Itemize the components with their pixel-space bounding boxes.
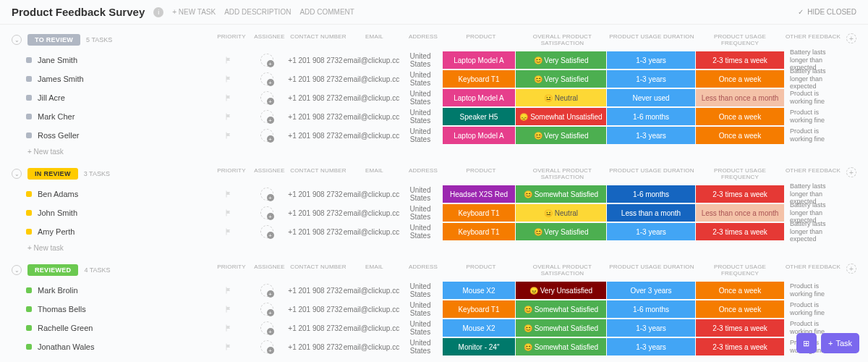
product-cell[interactable]: Keyboard T1 xyxy=(443,300,515,318)
task-name[interactable]: Mark Brolin xyxy=(38,286,205,295)
satisfaction-cell[interactable]: 😞 Somewhat Unsatisfied xyxy=(516,108,606,125)
satisfaction-cell[interactable]: 😊 Very Satisfied xyxy=(516,127,606,144)
col-header-feedback[interactable]: OTHER FEEDBACK xyxy=(784,33,842,46)
email-cell[interactable]: email@clickup.cc xyxy=(344,185,399,203)
status-label[interactable]: REVIEWED xyxy=(27,264,78,276)
duration-cell[interactable]: Never used xyxy=(607,89,695,106)
contact-cell[interactable]: +1 201 908 2732 xyxy=(286,108,344,125)
col-header-frequency[interactable]: PRODUCT USAGE FREQUENCY xyxy=(696,264,784,277)
priority-cell[interactable] xyxy=(210,127,247,144)
task-name[interactable]: James Smith xyxy=(38,75,205,83)
email-cell[interactable]: email@clickup.cc xyxy=(344,108,399,125)
col-header-address[interactable]: ADDRESS xyxy=(401,167,445,180)
col-header-contact[interactable]: CONTACT NUMBER xyxy=(289,33,347,46)
status-dot[interactable] xyxy=(26,95,32,101)
assignee-cell[interactable]: + xyxy=(247,300,286,318)
status-dot[interactable] xyxy=(26,57,32,63)
status-dot[interactable] xyxy=(26,344,32,350)
satisfaction-cell[interactable]: 😊 Somewhat Satisfied xyxy=(516,185,606,203)
duration-cell[interactable]: Over 3 years xyxy=(607,282,695,299)
assignee-cell[interactable]: + xyxy=(247,70,286,88)
priority-cell[interactable] xyxy=(210,282,247,299)
col-header-assignee[interactable]: ASSIGNEE xyxy=(250,33,289,46)
col-header-duration[interactable]: PRODUCT USAGE DURATION xyxy=(608,264,696,277)
product-cell[interactable]: Mouse X2 xyxy=(443,282,515,299)
duration-cell[interactable]: Less than a month xyxy=(607,204,695,222)
frequency-cell[interactable]: Less than once a month xyxy=(696,204,784,222)
col-header-duration[interactable]: PRODUCT USAGE DURATION xyxy=(608,167,696,180)
priority-cell[interactable] xyxy=(210,108,247,125)
frequency-cell[interactable]: 2-3 times a week xyxy=(696,185,784,203)
email-cell[interactable]: email@clickup.cc xyxy=(344,319,399,337)
address-cell[interactable]: United States xyxy=(399,319,442,337)
add-column-button[interactable]: + xyxy=(846,33,856,43)
assignee-cell[interactable]: + xyxy=(247,127,286,144)
task-name[interactable]: Jill Acre xyxy=(38,93,205,102)
add-comment-link[interactable]: ADD COMMENT xyxy=(299,8,354,16)
add-column-button[interactable]: + xyxy=(846,264,856,274)
frequency-cell[interactable]: Once a week xyxy=(696,108,784,125)
priority-cell[interactable] xyxy=(210,70,247,88)
address-cell[interactable]: United States xyxy=(399,89,442,106)
contact-cell[interactable]: +1 201 908 2732 xyxy=(286,282,344,299)
contact-cell[interactable]: +1 201 908 2732 xyxy=(286,89,344,106)
assignee-cell[interactable]: + xyxy=(247,51,286,69)
contact-cell[interactable]: +1 201 908 2732 xyxy=(286,51,344,69)
frequency-cell[interactable]: Once a week xyxy=(696,70,784,88)
add-description-link[interactable]: ADD DESCRIPTION xyxy=(224,8,291,16)
duration-cell[interactable]: 1-6 months xyxy=(607,300,695,318)
duration-cell[interactable]: 1-6 months xyxy=(607,185,695,203)
new-task-link[interactable]: + NEW TASK xyxy=(172,8,216,16)
feedback-cell[interactable]: Product is working fine xyxy=(784,127,842,144)
col-header-email[interactable]: EMAIL xyxy=(347,264,401,277)
contact-cell[interactable]: +1 201 908 2732 xyxy=(286,300,344,318)
task-name[interactable]: Ross Geller xyxy=(38,131,205,140)
assignee-cell[interactable]: + xyxy=(247,204,286,222)
feedback-cell[interactable]: Battery lasts longer than expected xyxy=(784,185,842,203)
product-cell[interactable]: Headset X2S Red xyxy=(443,185,515,203)
status-dot[interactable] xyxy=(26,114,32,119)
task-name[interactable]: Amy Perth xyxy=(38,227,205,236)
satisfaction-cell[interactable]: 😐 Neutral xyxy=(516,89,606,106)
col-header-product[interactable]: PRODUCT xyxy=(445,167,517,180)
frequency-cell[interactable]: 2-3 times a week xyxy=(696,319,784,337)
frequency-cell[interactable]: Less than once a month xyxy=(696,89,784,106)
contact-cell[interactable]: +1 201 908 2732 xyxy=(286,319,344,337)
collapse-icon[interactable]: ⌄ xyxy=(12,265,22,275)
status-dot[interactable] xyxy=(26,132,32,138)
new-task-row[interactable]: + New task xyxy=(0,241,868,255)
priority-cell[interactable] xyxy=(210,204,247,222)
col-header-product[interactable]: PRODUCT xyxy=(445,264,517,277)
address-cell[interactable]: United States xyxy=(399,51,442,69)
task-name[interactable]: Jonathan Wales xyxy=(38,342,205,351)
address-cell[interactable]: United States xyxy=(399,223,442,240)
product-cell[interactable]: Keyboard T1 xyxy=(443,70,515,88)
email-cell[interactable]: email@clickup.cc xyxy=(344,127,399,144)
contact-cell[interactable]: +1 201 908 2732 xyxy=(286,185,344,203)
satisfaction-cell[interactable]: 😊 Very Satisfied xyxy=(516,223,606,240)
col-header-satisfaction[interactable]: OVERALL PRODUCT SATISFACTION xyxy=(517,167,608,180)
product-cell[interactable]: Laptop Model A xyxy=(443,89,515,106)
product-cell[interactable]: Laptop Model A xyxy=(443,51,515,69)
contact-cell[interactable]: +1 201 908 2732 xyxy=(286,223,344,240)
status-dot[interactable] xyxy=(26,325,32,331)
status-dot[interactable] xyxy=(26,191,32,197)
col-header-product[interactable]: PRODUCT xyxy=(445,33,517,46)
product-cell[interactable]: Keyboard T1 xyxy=(443,204,515,222)
priority-cell[interactable] xyxy=(210,89,247,106)
new-task-row[interactable]: + New task xyxy=(0,145,868,159)
assignee-cell[interactable]: + xyxy=(247,319,286,337)
task-name[interactable]: Rachelle Green xyxy=(38,324,205,332)
fab-task-button[interactable]: + Task xyxy=(821,333,859,353)
task-name[interactable]: John Smith xyxy=(38,209,205,217)
frequency-cell[interactable]: 2-3 times a week xyxy=(696,223,784,240)
status-dot[interactable] xyxy=(26,76,32,82)
col-header-frequency[interactable]: PRODUCT USAGE FREQUENCY xyxy=(696,33,784,46)
feedback-cell[interactable]: Product is working fine xyxy=(784,89,842,106)
feedback-cell[interactable]: Product is working fine xyxy=(784,282,842,299)
status-label[interactable]: TO REVIEW xyxy=(27,34,80,46)
contact-cell[interactable]: +1 201 908 2732 xyxy=(286,127,344,144)
col-header-priority[interactable]: PRIORITY xyxy=(213,167,250,180)
email-cell[interactable]: email@clickup.cc xyxy=(344,300,399,318)
address-cell[interactable]: United States xyxy=(399,300,442,318)
